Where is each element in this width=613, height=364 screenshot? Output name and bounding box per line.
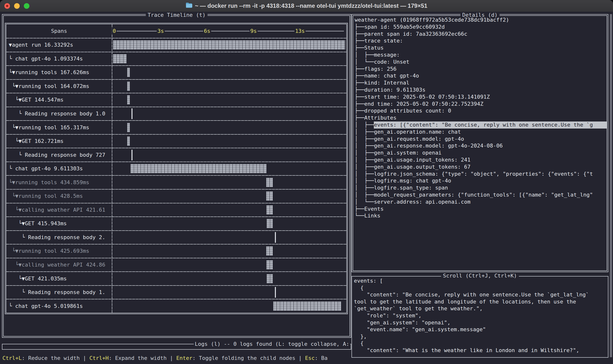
axis-tick-label: 3s [157,28,165,35]
detail-line-text: │ ├──message: [355,52,400,59]
detail-line[interactable]: ├──flags: 256 [355,65,607,73]
detail-line[interactable]: │ └──server.address: api.openai.com [355,198,607,206]
span-row[interactable]: └ chat gpt-4o 5.019861s [6,299,346,313]
span-row[interactable]: └ Reading response body 1. [6,286,346,299]
span-label-cell: └ Reading response body 1.0 [6,107,112,120]
detail-line-text: └──Links [355,212,380,220]
scroll-line: tool to get the latitude and longitude o… [354,299,608,305]
span-row[interactable]: └ chat gpt-4o 1.093374s [6,52,346,66]
detail-line[interactable]: │ ├──gen_ai.usage.input_tokens: 241 [355,156,607,164]
span-row[interactable]: └▼GET 415.943ms [6,217,346,231]
detail-line[interactable]: ├──Attributes [355,115,607,121]
span-label-cell: └ chat gpt-4o 1.093374s [6,52,112,65]
detail-line[interactable]: weather-agent (01968ff972a5b53cede738dc9… [355,16,607,24]
span-timeline-cell [112,121,346,134]
right-scrollbar-strip[interactable] [610,14,612,357]
detail-line[interactable]: ├──dropped attributes count: 0 [355,107,607,115]
span-label: └▼running tool 164.072ms [6,83,89,90]
span-bar [113,54,127,64]
span-label-cell: └▼running tool 164.072ms [6,80,112,93]
close-button[interactable] [4,3,10,9]
span-bar [266,219,273,228]
span-bar [130,164,266,173]
span-timeline-cell [112,299,346,313]
detail-line[interactable]: │ ├──gen_ai.response.model: gpt-4o-2024-… [355,143,607,149]
detail-line[interactable]: │ ├──gen_ai.request.model: gpt-4o [355,136,607,143]
span-label: └▼running tools 434.859ms [6,179,89,186]
traffic-lights [4,0,29,12]
span-timeline-cell [112,217,346,230]
details-panel[interactable]: Details (d) weather-agent (01968ff972a5b… [352,14,608,272]
detail-line[interactable]: ├──duration: 9.611303s [355,87,607,93]
zoom-button[interactable] [24,3,29,9]
detail-line[interactable]: ├──trace state: [355,38,607,44]
minimize-button[interactable] [14,3,20,9]
detail-line[interactable]: │ ├──model_request_parameters: {"functio… [355,192,607,198]
span-row[interactable]: └▼running tool 425.693ms [6,245,346,258]
span-label-cell: └▼GET 415.943ms [6,217,112,230]
detail-line[interactable]: │ ├──logfire.msg: chat gpt-4o [355,177,607,184]
detail-line[interactable]: │ ├──gen_ai.system: openai [355,149,607,156]
timeline-axis-line [114,31,344,31]
statusbar-segment: : Toggle folding the child nodes | [193,355,305,361]
window-title: ~ — docker run --rm -it -p 4318:4318 --n… [186,2,427,10]
span-timeline-cell [112,286,346,299]
span-row[interactable]: └▼running tool 428.5ms [6,190,346,203]
statusbar-segment: Ctrl+L [2,355,22,361]
detail-line[interactable]: ├──start time: 2025-05-02 07:50:13.14109… [355,93,607,101]
span-row[interactable]: ▼agent run 16.33292s [6,39,346,52]
detail-line[interactable]: │ ├──gen_ai.usage.output_tokens: 67 [355,164,607,170]
spans-header-label: Spans [6,24,112,38]
detail-line[interactable]: │ ├──message: [355,52,607,59]
detail-line[interactable]: │ ├──gen_ai.operation.name: chat [355,129,607,136]
span-label-cell: └ chat gpt-4o 5.019861s [6,299,112,313]
detail-line[interactable]: ├──Events [355,206,607,213]
span-row[interactable]: └▼GET 144.547ms [6,93,346,107]
span-row[interactable]: └▼GET 421.035ms [6,272,346,286]
logs-panel[interactable]: Logs (l) -- 0 logs found (L: toggle coll… [2,344,351,350]
span-row[interactable]: └ Reading response body 727 [6,148,346,162]
detail-line[interactable]: │ └──code: Unset [355,59,607,65]
span-label-cell: └ Reading response body 2. [6,231,112,244]
span-bar [127,68,130,77]
span-bar [127,137,130,146]
span-row[interactable]: └▼running tool 164.072ms [6,80,346,93]
detail-line[interactable]: ├──Status [355,44,607,52]
detail-line-text: ├──Status [355,44,384,52]
detail-line-text: ├──trace state: [355,38,403,44]
span-timeline-cell [112,66,346,79]
window-title-text: ~ — docker run --rm -it -p 4318:4318 --n… [195,2,427,9]
span-bar [127,123,130,132]
scroll-panel[interactable]: Scroll (Ctrl+J, Ctrl+K) events: [ { "con… [352,276,608,358]
detail-line[interactable]: └──Links [355,212,607,220]
detail-line[interactable]: ├──parent span id: 7aa32363692ec66c [355,31,607,38]
detail-line[interactable]: ├──kind: Internal [355,79,607,87]
spans-table-header: Spans 03s6s9s13s [6,24,346,39]
terminal-window: ~ — docker run --rm -it -p 4318:4318 --n… [0,0,613,364]
detail-line[interactable]: │ ├── events: [{"content": "Be concise, … [355,121,607,129]
span-row[interactable]: └▼running tools 167.626ms [6,66,346,80]
span-bar [266,192,273,201]
detail-line[interactable]: │ ├──logfire.span_type: span [355,184,607,192]
span-row[interactable]: └▼calling weather API 424.86 [6,258,346,272]
span-row[interactable]: └ Reading response body 2. [6,231,346,245]
span-row[interactable]: └▼running tools 434.859ms [6,176,346,190]
detail-line[interactable]: ├──end time: 2025-05-02 07:50:22.752394Z [355,101,607,108]
span-row[interactable]: └▼calling weather API 421.61 [6,203,346,217]
span-label-cell: └▼calling weather API 424.86 [6,258,112,272]
span-row[interactable]: └▼GET 162.721ms [6,135,346,148]
details-tree: weather-agent (01968ff972a5b53cede738dc9… [353,16,607,271]
span-bar [273,301,341,311]
detail-line[interactable]: │ ├──logfire.json_schema: {"type": "obje… [355,170,607,178]
trace-timeline-panel[interactable]: Trace Timeline (t) Spans 03s6s9s13s ▼age… [2,14,351,338]
span-row[interactable]: └▼running tool 165.317ms [6,121,346,135]
detail-line-text: │ ├──model_request_parameters: {"functio… [355,192,593,198]
trace-timeline-title: Trace Timeline (t) [146,12,207,18]
detail-line[interactable]: ├──name: chat gpt-4o [355,72,607,79]
span-label: └▼running tool 428.5ms [6,193,83,199]
span-row[interactable]: └ Reading response body 1.0 [6,107,346,121]
span-bar [113,40,345,50]
detail-line[interactable]: ├──span id: 559ab5e9cc60932d [355,24,607,31]
span-bar [266,274,273,283]
span-row[interactable]: └ chat gpt-4o 9.611303s [6,162,346,176]
